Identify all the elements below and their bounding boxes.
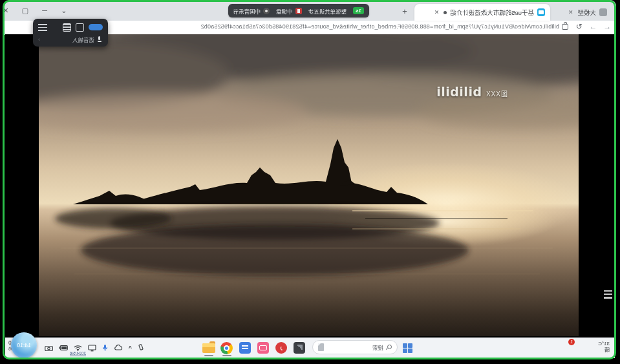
- bilibili-tv-favicon-icon: [537, 8, 545, 16]
- netease-music-icon: ♪: [275, 342, 287, 354]
- file-explorer-icon: [202, 343, 215, 353]
- wifi-icon[interactable]: [74, 345, 82, 351]
- reload-button[interactable]: ↻: [576, 22, 583, 31]
- tab-title: 基于ue5的城市大改造设计介绍: [450, 8, 534, 17]
- minimize-button[interactable]: ─: [39, 6, 50, 14]
- hidden-icons-chevron[interactable]: ^: [129, 345, 132, 351]
- forward-button[interactable]: →: [589, 22, 597, 31]
- weather-temp: 31°C: [571, 341, 610, 347]
- red-app-icon: [295, 8, 302, 14]
- watermark-uid: 图XXX: [486, 89, 508, 98]
- video-player[interactable]: 图XXX bilibili 遇见一座城市新生变迁: [39, 34, 579, 336]
- search-highlight-icon: [318, 343, 324, 351]
- layout-icon[interactable]: [63, 23, 71, 32]
- taskbar-app-blue[interactable]: [237, 340, 253, 356]
- window-controls: ⌄ ─ ▢ ✕: [1, 5, 69, 16]
- floating-assistant-ball[interactable]: 14:10: [11, 332, 37, 358]
- window-icon[interactable]: [76, 23, 84, 32]
- audio-playing-icon: [444, 11, 447, 14]
- chip-item[interactable]: 整张单共进五步: [308, 7, 347, 15]
- close-button[interactable]: ✕: [1, 6, 11, 15]
- list-icon[interactable]: [38, 24, 47, 31]
- maximize-button[interactable]: ▢: [20, 6, 30, 15]
- blue-doc-app-icon: [239, 342, 251, 354]
- onedrive-cloud-icon[interactable]: [114, 345, 123, 351]
- camera-icon[interactable]: [45, 345, 53, 351]
- timer-badge: 1s: [353, 7, 364, 14]
- notification-badge: 1: [568, 339, 575, 345]
- extension-chips-bar: 1s 整张单共进五步 中键盘 中国音乐节: [228, 4, 369, 17]
- taskbar-app-pink[interactable]: [255, 340, 271, 356]
- mirrored-desktop: 大模型 ✕ 基于ue5的城市大改造设计介绍 ✕ + 1s 整张单共进五步 中键盘…: [0, 0, 620, 364]
- windows-logo-icon: [403, 343, 413, 353]
- browser-nav-buttons: ← → ↻: [576, 22, 611, 31]
- chip-label: 整张单共进五步: [308, 7, 347, 15]
- chip-label: 中键盘: [276, 7, 293, 15]
- toggle-pill[interactable]: [89, 24, 103, 30]
- date-link[interactable]: 2024/5/6: [70, 351, 86, 356]
- search-icon: [387, 345, 392, 350]
- dark-app-icon: [294, 342, 305, 354]
- chevron-right-icon[interactable]: ›: [38, 36, 40, 43]
- taskbar-app-dark[interactable]: [292, 340, 307, 356]
- display-icon[interactable]: [88, 345, 96, 352]
- ball-time: 14:10: [17, 342, 30, 348]
- tab-close-icon[interactable]: ✕: [568, 9, 573, 16]
- pink-tv-app-icon: [257, 342, 269, 354]
- widgets-weather-button[interactable]: 1 31°C 晴: [571, 341, 610, 354]
- bilibili-logo: bilibili: [436, 85, 482, 99]
- capture-overlay-panel: 语音输入 ›: [33, 19, 108, 47]
- microphone-icon[interactable]: [98, 36, 102, 42]
- chevron-down-icon[interactable]: ⌄: [59, 6, 69, 15]
- pen-icon[interactable]: [138, 344, 144, 352]
- search-placeholder: 搜索: [372, 343, 383, 351]
- tab-close-icon[interactable]: ✕: [434, 9, 440, 16]
- system-tray: ^: [45, 341, 144, 355]
- music-disc-icon: [263, 8, 270, 14]
- panel-toolbar: [38, 23, 103, 32]
- running-indicator: [204, 355, 213, 356]
- weather-condition: 晴: [571, 347, 610, 354]
- chip-item[interactable]: 中国音乐节: [233, 7, 270, 15]
- chip-label: 中国音乐节: [233, 7, 261, 15]
- tab-title: 大模型: [577, 8, 596, 17]
- panel-label: 语音输入: [72, 36, 94, 43]
- taskbar-app-explorer[interactable]: [201, 340, 217, 356]
- chrome-icon: [221, 342, 233, 354]
- chip-item[interactable]: 中键盘: [276, 7, 302, 15]
- taskbar-app-music[interactable]: ♪: [273, 340, 289, 356]
- back-button[interactable]: ←: [603, 22, 611, 31]
- start-button[interactable]: [400, 340, 416, 356]
- video-watermark: 图XXX bilibili: [436, 85, 508, 99]
- tab-other[interactable]: 大模型 ✕: [546, 4, 612, 21]
- taskbar-app-chrome[interactable]: [219, 340, 235, 356]
- new-tab-button[interactable]: +: [399, 6, 411, 17]
- sunset-island-scene: [39, 34, 579, 336]
- battery-icon[interactable]: [59, 345, 68, 350]
- tab-bilibili-active[interactable]: 基于ue5的城市大改造设计介绍 ✕: [414, 4, 550, 21]
- sidebar-handle-icon[interactable]: [604, 290, 612, 299]
- running-indicator: [222, 355, 231, 356]
- mic-in-use-icon[interactable]: [102, 344, 108, 352]
- taskbar-search[interactable]: 搜索: [312, 340, 398, 354]
- tab-favicon-icon: [599, 8, 607, 16]
- panel-status-row: 语音输入 ›: [38, 35, 102, 43]
- padlock-icon[interactable]: [562, 24, 568, 30]
- address-bar[interactable]: bilibili.com/video/BV1uNy1c7yU/?spm_id_f…: [107, 23, 559, 30]
